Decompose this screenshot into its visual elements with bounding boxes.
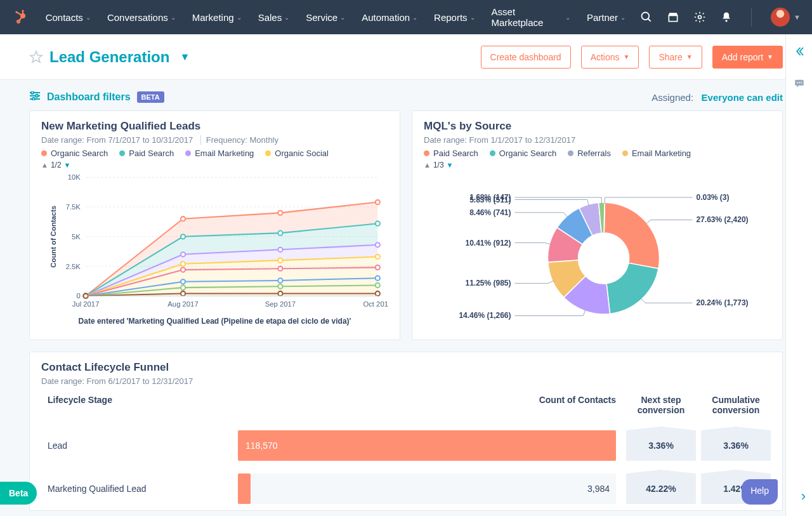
nav-menu: Contacts⌄Conversations⌄Marketing⌄Sales⌄S… bbox=[39, 1, 632, 33]
svg-text:Jul 2017: Jul 2017 bbox=[72, 300, 100, 308]
legend-item[interactable]: Organic Search bbox=[490, 149, 556, 158]
svg-point-48 bbox=[278, 258, 282, 263]
svg-text:Aug 2017: Aug 2017 bbox=[167, 300, 198, 308]
legend-pager[interactable]: ▲ 1/2 ▼ bbox=[41, 161, 388, 169]
funnel-row: Marketing Qualified Lead 3,984 42.22% 1.… bbox=[41, 467, 771, 510]
funnel-header: Lifecycle Stage Count of Contacts Next s… bbox=[41, 390, 771, 424]
svg-marker-12 bbox=[30, 51, 42, 62]
nav-item-reports[interactable]: Reports⌄ bbox=[428, 7, 481, 28]
create-dashboard-button[interactable]: Create dashboard bbox=[481, 46, 571, 69]
triangle-down-icon[interactable]: ▼ bbox=[447, 161, 454, 169]
page-header: Lead Generation ▼ Create dashboard Actio… bbox=[0, 34, 812, 80]
svg-point-45 bbox=[376, 242, 380, 247]
marketplace-icon[interactable] bbox=[666, 10, 680, 24]
svg-point-16 bbox=[31, 91, 34, 94]
svg-point-52 bbox=[278, 267, 282, 271]
svg-point-53 bbox=[376, 265, 380, 270]
legend-item[interactable]: Paid Search bbox=[424, 149, 478, 158]
card-funnel: Contact Lifecycle Funnel Date range: Fro… bbox=[29, 352, 783, 511]
filter-icon bbox=[29, 91, 41, 103]
svg-text:Count of Contacts: Count of Contacts bbox=[49, 206, 57, 268]
svg-text:10K: 10K bbox=[68, 173, 81, 181]
legend-item[interactable]: Organic Social bbox=[265, 149, 329, 158]
nav-item-contacts[interactable]: Contacts⌄ bbox=[39, 7, 97, 28]
donut-legend: Paid SearchOrganic SearchReferralsEmail … bbox=[424, 149, 771, 158]
svg-point-39 bbox=[181, 234, 185, 239]
card-subrow: Date range: From 1/1/2017 to 12/31/2017 bbox=[424, 135, 771, 145]
svg-point-79 bbox=[801, 82, 802, 83]
nav-item-sales[interactable]: Sales⌄ bbox=[252, 7, 296, 28]
svg-point-65 bbox=[376, 291, 380, 296]
legend-item[interactable]: Referrals bbox=[568, 149, 611, 158]
svg-point-18 bbox=[32, 98, 35, 100]
help-bubble[interactable]: Help bbox=[742, 479, 778, 505]
svg-text:0: 0 bbox=[77, 292, 81, 300]
collapse-rail-icon[interactable] bbox=[794, 46, 805, 60]
svg-point-17 bbox=[36, 95, 38, 97]
svg-point-55 bbox=[181, 279, 185, 284]
svg-text:14.46% (1,266): 14.46% (1,266) bbox=[459, 311, 511, 320]
funnel-row: Lead 118,570 3.36% 3.36% bbox=[41, 424, 771, 467]
svg-point-4 bbox=[22, 10, 23, 11]
svg-point-56 bbox=[278, 278, 282, 282]
title-dropdown-icon[interactable]: ▼ bbox=[180, 51, 190, 63]
card-title: Contact Lifecycle Funnel bbox=[41, 361, 771, 374]
legend-pager[interactable]: ▲ 1/3 ▼ bbox=[424, 161, 771, 169]
star-icon[interactable] bbox=[29, 50, 43, 64]
nav-item-service[interactable]: Service⌄ bbox=[299, 7, 351, 28]
svg-point-59 bbox=[181, 286, 185, 290]
svg-text:5K: 5K bbox=[72, 233, 81, 241]
nav-icons: ▼ bbox=[639, 8, 801, 27]
page-title[interactable]: Lead Generation bbox=[49, 48, 169, 66]
brand-logo[interactable] bbox=[11, 8, 29, 26]
nav-item-asset-marketplace[interactable]: Asset Marketplace⌄ bbox=[485, 1, 577, 33]
gear-icon[interactable] bbox=[693, 10, 707, 24]
assigned-value-link[interactable]: Everyone can edit bbox=[702, 92, 783, 103]
chevron-down-icon: ⌄ bbox=[412, 14, 417, 21]
triangle-up-icon[interactable]: ▲ bbox=[424, 161, 431, 169]
beta-tab[interactable]: Beta bbox=[0, 482, 37, 505]
card-subrow: Date range: From 7/1/2017 to 10/31/2017 … bbox=[41, 135, 388, 145]
next-arrow-icon[interactable]: › bbox=[801, 488, 806, 505]
nav-item-automation[interactable]: Automation⌄ bbox=[355, 7, 424, 28]
svg-point-57 bbox=[376, 276, 380, 281]
funnel-bar: 3,984 bbox=[238, 473, 616, 504]
funnel-next-cell: 42.22% bbox=[626, 473, 696, 504]
funnel-stage-name: Lead bbox=[48, 440, 238, 451]
svg-text:11.25% (985): 11.25% (985) bbox=[465, 279, 511, 288]
legend-item[interactable]: Email Marketing bbox=[185, 149, 254, 158]
filter-label: Dashboard filters bbox=[47, 91, 131, 103]
content-area: Dashboard filters BETA Assigned: Everyon… bbox=[0, 80, 812, 516]
share-button[interactable]: Share▼ bbox=[649, 46, 702, 69]
svg-text:8.46% (741): 8.46% (741) bbox=[469, 208, 511, 217]
actions-button[interactable]: Actions▼ bbox=[581, 46, 639, 69]
triangle-up-icon[interactable]: ▲ bbox=[41, 161, 48, 169]
add-report-button[interactable]: Add report▼ bbox=[712, 46, 783, 69]
bell-icon[interactable] bbox=[719, 10, 733, 24]
legend-item[interactable]: Paid Search bbox=[119, 149, 174, 158]
chevron-down-icon: ⌄ bbox=[620, 14, 625, 21]
chevron-down-icon[interactable]: ▼ bbox=[794, 13, 801, 21]
legend-item[interactable]: Email Marketing bbox=[622, 149, 691, 158]
funnel-stage-name: Marketing Qualified Lead bbox=[48, 484, 238, 494]
comments-icon[interactable] bbox=[794, 77, 805, 91]
svg-text:2.5K: 2.5K bbox=[66, 263, 81, 270]
dashboard-filters[interactable]: Dashboard filters BETA bbox=[29, 91, 164, 103]
svg-text:27.63% (2,420): 27.63% (2,420) bbox=[697, 215, 749, 224]
assigned-row: Assigned: Everyone can edit bbox=[652, 92, 783, 103]
avatar[interactable] bbox=[771, 8, 790, 27]
right-rail bbox=[785, 34, 812, 516]
search-icon[interactable] bbox=[639, 10, 653, 24]
chevron-down-icon: ⌄ bbox=[470, 14, 475, 21]
svg-point-7 bbox=[642, 13, 650, 20]
svg-point-10 bbox=[698, 16, 702, 19]
chevron-down-icon: ⌄ bbox=[565, 14, 570, 21]
chevron-down-icon: ⌄ bbox=[284, 14, 289, 21]
nav-item-marketing[interactable]: Marketing⌄ bbox=[186, 7, 248, 28]
svg-text:Oct 2017: Oct 2017 bbox=[363, 300, 388, 308]
nav-item-partner[interactable]: Partner⌄ bbox=[580, 7, 632, 28]
legend-item[interactable]: Organic Search bbox=[41, 149, 108, 158]
triangle-down-icon[interactable]: ▼ bbox=[64, 161, 71, 169]
nav-item-conversations[interactable]: Conversations⌄ bbox=[101, 7, 182, 28]
svg-point-77 bbox=[797, 82, 798, 83]
